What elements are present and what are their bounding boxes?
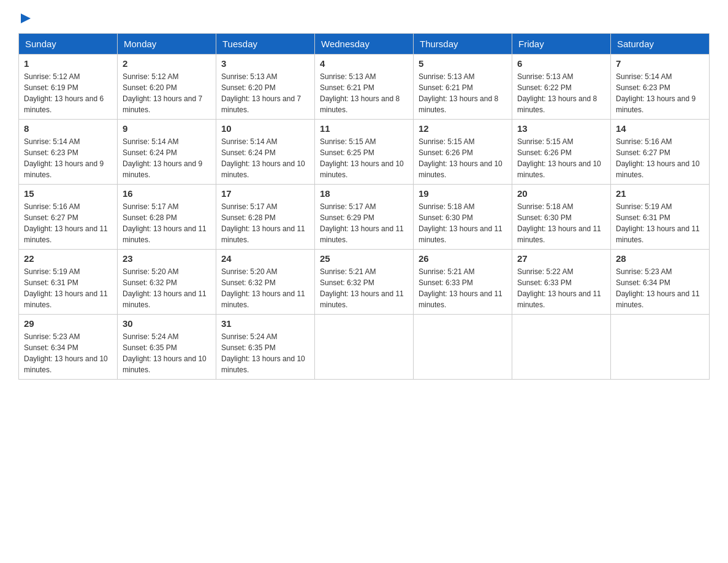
day-number: 8 — [24, 123, 112, 134]
day-info: Sunrise: 5:23 AM Sunset: 6:34 PM Dayligh… — [616, 266, 704, 310]
day-number: 25 — [320, 253, 408, 264]
day-info: Sunrise: 5:24 AM Sunset: 6:35 PM Dayligh… — [221, 331, 309, 375]
svg-marker-0 — [21, 13, 31, 23]
calendar-cell: 10 Sunrise: 5:14 AM Sunset: 6:24 PM Dayl… — [216, 120, 315, 185]
week-row: 29 Sunrise: 5:23 AM Sunset: 6:34 PM Dayl… — [19, 315, 710, 380]
week-row: 15 Sunrise: 5:16 AM Sunset: 6:27 PM Dayl… — [19, 185, 710, 250]
calendar-cell: 3 Sunrise: 5:13 AM Sunset: 6:20 PM Dayli… — [216, 55, 315, 120]
day-info: Sunrise: 5:15 AM Sunset: 6:26 PM Dayligh… — [419, 136, 507, 180]
day-info: Sunrise: 5:14 AM Sunset: 6:23 PM Dayligh… — [616, 71, 704, 115]
day-number: 31 — [221, 318, 309, 329]
calendar-cell: 29 Sunrise: 5:23 AM Sunset: 6:34 PM Dayl… — [19, 315, 118, 380]
logo-arrow-icon — [21, 12, 33, 25]
day-info: Sunrise: 5:14 AM Sunset: 6:24 PM Dayligh… — [221, 136, 309, 180]
day-number: 6 — [517, 58, 605, 69]
day-number: 12 — [419, 123, 507, 134]
day-info: Sunrise: 5:17 AM Sunset: 6:29 PM Dayligh… — [320, 201, 408, 245]
calendar-cell: 2 Sunrise: 5:12 AM Sunset: 6:20 PM Dayli… — [118, 55, 216, 120]
day-info: Sunrise: 5:16 AM Sunset: 6:27 PM Dayligh… — [24, 201, 112, 245]
day-number: 19 — [419, 188, 507, 199]
day-number: 14 — [616, 123, 704, 134]
calendar-cell: 11 Sunrise: 5:15 AM Sunset: 6:25 PM Dayl… — [315, 120, 414, 185]
calendar-cell: 14 Sunrise: 5:16 AM Sunset: 6:27 PM Dayl… — [611, 120, 710, 185]
day-info: Sunrise: 5:21 AM Sunset: 6:33 PM Dayligh… — [419, 266, 507, 310]
calendar-cell: 19 Sunrise: 5:18 AM Sunset: 6:30 PM Dayl… — [414, 185, 512, 250]
day-info: Sunrise: 5:19 AM Sunset: 6:31 PM Dayligh… — [24, 266, 112, 310]
calendar-cell: 9 Sunrise: 5:14 AM Sunset: 6:24 PM Dayli… — [118, 120, 216, 185]
day-info: Sunrise: 5:22 AM Sunset: 6:33 PM Dayligh… — [517, 266, 605, 310]
day-info: Sunrise: 5:17 AM Sunset: 6:28 PM Dayligh… — [123, 201, 211, 245]
calendar-cell — [512, 315, 611, 380]
calendar-cell: 20 Sunrise: 5:18 AM Sunset: 6:30 PM Dayl… — [512, 185, 611, 250]
day-info: Sunrise: 5:13 AM Sunset: 6:22 PM Dayligh… — [517, 71, 605, 115]
day-info: Sunrise: 5:24 AM Sunset: 6:35 PM Dayligh… — [123, 331, 211, 375]
day-info: Sunrise: 5:13 AM Sunset: 6:20 PM Dayligh… — [221, 71, 309, 115]
calendar-cell: 30 Sunrise: 5:24 AM Sunset: 6:35 PM Dayl… — [118, 315, 216, 380]
day-info: Sunrise: 5:23 AM Sunset: 6:34 PM Dayligh… — [24, 331, 112, 375]
calendar-cell: 16 Sunrise: 5:17 AM Sunset: 6:28 PM Dayl… — [118, 185, 216, 250]
logo — [18, 12, 33, 27]
calendar-cell — [315, 315, 414, 380]
day-number: 30 — [123, 318, 211, 329]
col-saturday: Saturday — [611, 34, 710, 55]
day-info: Sunrise: 5:20 AM Sunset: 6:32 PM Dayligh… — [123, 266, 211, 310]
day-number: 17 — [221, 188, 309, 199]
day-number: 13 — [517, 123, 605, 134]
day-number: 1 — [24, 58, 112, 69]
day-info: Sunrise: 5:13 AM Sunset: 6:21 PM Dayligh… — [419, 71, 507, 115]
calendar-cell: 15 Sunrise: 5:16 AM Sunset: 6:27 PM Dayl… — [19, 185, 118, 250]
day-info: Sunrise: 5:19 AM Sunset: 6:31 PM Dayligh… — [616, 201, 704, 245]
day-number: 28 — [616, 253, 704, 264]
day-number: 18 — [320, 188, 408, 199]
day-info: Sunrise: 5:15 AM Sunset: 6:25 PM Dayligh… — [320, 136, 408, 180]
col-friday: Friday — [512, 34, 611, 55]
calendar-table: Sunday Monday Tuesday Wednesday Thursday… — [18, 33, 710, 380]
day-number: 2 — [123, 58, 211, 69]
day-info: Sunrise: 5:16 AM Sunset: 6:27 PM Dayligh… — [616, 136, 704, 180]
calendar-cell — [414, 315, 512, 380]
calendar-cell: 28 Sunrise: 5:23 AM Sunset: 6:34 PM Dayl… — [611, 250, 710, 315]
day-number: 15 — [24, 188, 112, 199]
day-info: Sunrise: 5:17 AM Sunset: 6:28 PM Dayligh… — [221, 201, 309, 245]
day-number: 22 — [24, 253, 112, 264]
day-number: 11 — [320, 123, 408, 134]
calendar-cell: 18 Sunrise: 5:17 AM Sunset: 6:29 PM Dayl… — [315, 185, 414, 250]
calendar-cell: 6 Sunrise: 5:13 AM Sunset: 6:22 PM Dayli… — [512, 55, 611, 120]
day-number: 26 — [419, 253, 507, 264]
day-info: Sunrise: 5:15 AM Sunset: 6:26 PM Dayligh… — [517, 136, 605, 180]
day-info: Sunrise: 5:12 AM Sunset: 6:20 PM Dayligh… — [123, 71, 211, 115]
col-tuesday: Tuesday — [216, 34, 315, 55]
day-number: 16 — [123, 188, 211, 199]
calendar-cell: 26 Sunrise: 5:21 AM Sunset: 6:33 PM Dayl… — [414, 250, 512, 315]
col-monday: Monday — [118, 34, 216, 55]
day-number: 9 — [123, 123, 211, 134]
calendar-cell: 21 Sunrise: 5:19 AM Sunset: 6:31 PM Dayl… — [611, 185, 710, 250]
day-info: Sunrise: 5:21 AM Sunset: 6:32 PM Dayligh… — [320, 266, 408, 310]
day-number: 4 — [320, 58, 408, 69]
day-number: 21 — [616, 188, 704, 199]
day-number: 5 — [419, 58, 507, 69]
day-info: Sunrise: 5:14 AM Sunset: 6:24 PM Dayligh… — [123, 136, 211, 180]
calendar-cell: 7 Sunrise: 5:14 AM Sunset: 6:23 PM Dayli… — [611, 55, 710, 120]
day-number: 23 — [123, 253, 211, 264]
col-wednesday: Wednesday — [315, 34, 414, 55]
day-number: 27 — [517, 253, 605, 264]
week-row: 1 Sunrise: 5:12 AM Sunset: 6:19 PM Dayli… — [19, 55, 710, 120]
col-sunday: Sunday — [19, 34, 118, 55]
day-number: 10 — [221, 123, 309, 134]
calendar-cell — [611, 315, 710, 380]
day-number: 7 — [616, 58, 704, 69]
page-header — [18, 12, 710, 27]
calendar-cell: 1 Sunrise: 5:12 AM Sunset: 6:19 PM Dayli… — [19, 55, 118, 120]
day-number: 29 — [24, 318, 112, 329]
day-info: Sunrise: 5:14 AM Sunset: 6:23 PM Dayligh… — [24, 136, 112, 180]
week-row: 22 Sunrise: 5:19 AM Sunset: 6:31 PM Dayl… — [19, 250, 710, 315]
calendar-cell: 17 Sunrise: 5:17 AM Sunset: 6:28 PM Dayl… — [216, 185, 315, 250]
calendar-cell: 24 Sunrise: 5:20 AM Sunset: 6:32 PM Dayl… — [216, 250, 315, 315]
calendar-cell: 22 Sunrise: 5:19 AM Sunset: 6:31 PM Dayl… — [19, 250, 118, 315]
calendar-cell: 8 Sunrise: 5:14 AM Sunset: 6:23 PM Dayli… — [19, 120, 118, 185]
week-row: 8 Sunrise: 5:14 AM Sunset: 6:23 PM Dayli… — [19, 120, 710, 185]
day-number: 24 — [221, 253, 309, 264]
day-info: Sunrise: 5:20 AM Sunset: 6:32 PM Dayligh… — [221, 266, 309, 310]
calendar-cell: 13 Sunrise: 5:15 AM Sunset: 6:26 PM Dayl… — [512, 120, 611, 185]
